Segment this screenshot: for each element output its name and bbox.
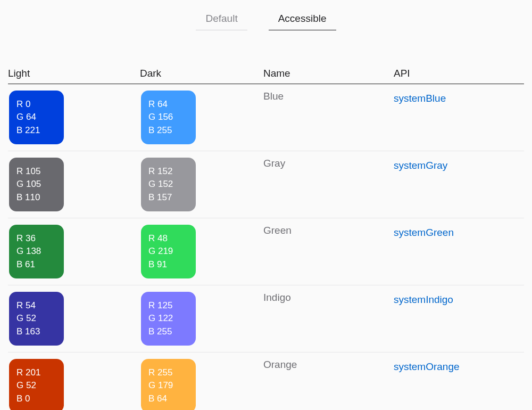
swatch-b: B 91 [148,258,188,272]
swatch-g: G 52 [16,379,56,392]
swatch-b: B 110 [16,191,56,204]
table-row: R 54 G 52 B 163 R 125 G 122 B 255 Indigo… [8,285,524,352]
table-row: R 105 G 105 B 110 R 152 G 152 B 157 Gray… [8,151,524,218]
swatch-g: G 105 [16,178,56,191]
swatch-r: R 152 [148,165,188,178]
swatch-b: B 64 [148,392,188,406]
header-name: Name [263,68,394,79]
swatch-dark: R 64 G 156 B 255 [141,91,196,144]
color-name: Indigo [263,290,291,303]
swatch-light: R 0 G 64 B 221 [9,91,64,144]
swatch-b: B 157 [148,191,188,204]
header-api: API [394,68,524,79]
swatch-dark: R 255 G 179 B 64 [141,359,196,410]
swatch-g: G 122 [148,312,188,325]
swatch-r: R 64 [148,98,188,111]
swatch-light: R 201 G 52 B 0 [9,359,64,410]
swatch-g: G 52 [16,312,56,325]
swatch-light: R 36 G 138 B 61 [9,225,64,278]
swatch-b: B 221 [16,124,56,137]
color-name: Blue [263,88,284,102]
swatch-b: B 61 [16,258,56,272]
api-link[interactable]: systemIndigo [394,292,453,306]
swatch-r: R 54 [16,299,56,313]
tab-accessible[interactable]: Accessible [269,10,336,30]
color-name: Orange [263,357,297,370]
swatch-dark: R 125 G 122 B 255 [141,292,196,346]
swatch-r: R 255 [148,366,188,380]
swatch-r: R 201 [16,366,56,380]
swatch-r: R 105 [16,165,56,178]
swatch-g: G 219 [148,245,188,258]
table-row: R 201 G 52 B 0 R 255 G 179 B 64 Orange s… [8,352,524,410]
swatch-r: R 125 [148,299,188,313]
api-link[interactable]: systemBlue [394,91,446,104]
header-light: Light [8,68,140,79]
swatch-b: B 255 [148,124,188,137]
table-row: R 36 G 138 B 61 R 48 G 219 B 91 Green sy… [8,218,524,285]
swatch-g: G 156 [148,111,188,124]
color-table: Light Dark Name API R 0 G 64 B 221 R 64 … [0,68,532,410]
swatch-b: B 163 [16,325,56,339]
swatch-r: R 36 [16,232,56,245]
swatch-light: R 105 G 105 B 110 [9,158,64,211]
table-header-row: Light Dark Name API [8,68,524,84]
swatch-g: G 64 [16,111,56,124]
swatch-g: G 138 [16,245,56,258]
swatch-b: B 255 [148,325,188,339]
swatch-b: B 0 [16,392,56,406]
color-name: Gray [263,155,285,169]
api-link[interactable]: systemGreen [394,225,454,239]
tab-default[interactable]: Default [196,10,247,30]
swatch-g: G 179 [148,379,188,392]
swatch-r: R 48 [148,232,188,245]
swatch-dark: R 48 G 219 B 91 [141,225,196,278]
api-link[interactable]: systemGray [394,158,447,171]
swatch-r: R 0 [16,98,56,111]
tabs: Default Accessible [0,0,532,35]
header-dark: Dark [140,68,263,79]
color-name: Green [263,223,292,236]
api-link[interactable]: systemOrange [394,359,460,373]
swatch-g: G 152 [148,178,188,191]
table-row: R 0 G 64 B 221 R 64 G 156 B 255 Blue sys… [8,84,524,151]
swatch-dark: R 152 G 152 B 157 [141,158,196,211]
swatch-light: R 54 G 52 B 163 [9,292,64,346]
